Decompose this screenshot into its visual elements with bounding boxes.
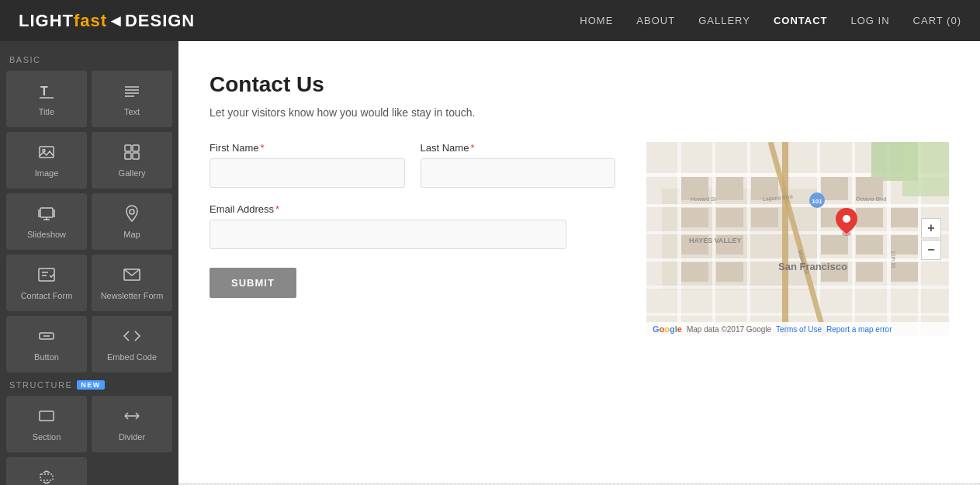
widget-title[interactable]: T Title [6, 71, 87, 127]
svg-rect-48 [902, 142, 949, 196]
map-zoom-in[interactable]: + [921, 218, 941, 238]
gallery-icon [123, 143, 141, 164]
widget-divider-label: Divider [119, 432, 145, 442]
svg-rect-50 [716, 177, 743, 200]
widget-text[interactable]: Text [92, 71, 172, 127]
svg-rect-16 [39, 268, 54, 281]
widget-contact-form[interactable]: Contact Form [6, 255, 87, 311]
map-footer: Google Map data ©2017 Google Terms of Us… [646, 322, 949, 336]
svg-rect-63 [681, 262, 708, 282]
widget-section[interactable]: Section [6, 396, 87, 452]
widget-section-label: Section [33, 432, 61, 442]
svg-text:San Francisco: San Francisco [778, 261, 847, 272]
svg-rect-28 [40, 474, 53, 480]
svg-rect-52 [716, 208, 743, 227]
map-container: HAYES VALLEY San Francisco Laguna Blvd M… [646, 142, 949, 336]
widget-newsletter-form[interactable]: Newsletter Form [92, 255, 172, 311]
nav-home[interactable]: HOME [580, 15, 613, 26]
google-logo: Google [653, 324, 682, 334]
email-field: Email Address* [210, 203, 615, 249]
svg-rect-64 [716, 262, 743, 282]
map-icon [123, 204, 141, 225]
widget-slideshow[interactable]: Slideshow [6, 193, 87, 250]
svg-rect-55 [821, 177, 848, 200]
svg-rect-51 [681, 208, 708, 227]
email-required: * [275, 203, 279, 215]
svg-text:11th St: 11th St [891, 251, 896, 268]
widget-gallery-label: Gallery [119, 168, 146, 178]
divider-icon [123, 407, 141, 428]
spacer-icon [37, 468, 56, 485]
name-row: First Name* Last Name* [210, 142, 615, 188]
widget-spacer[interactable]: Spacer [6, 457, 87, 485]
svg-text:T: T [40, 85, 48, 98]
basic-section-label: BASIC [6, 50, 172, 71]
button-icon [37, 327, 56, 348]
nav-about[interactable]: ABOUT [636, 15, 675, 26]
svg-rect-8 [125, 145, 131, 151]
section-icon [37, 407, 56, 428]
nav-links: HOME ABOUT GALLERY CONTACT LOG IN CART (… [580, 15, 961, 26]
widget-sidebar: BASIC T Title [0, 41, 178, 485]
svg-rect-54 [751, 208, 778, 227]
first-name-label: First Name* [210, 142, 405, 154]
slideshow-icon [37, 204, 56, 225]
first-name-required: * [261, 142, 265, 154]
widget-map[interactable]: Map [92, 193, 172, 250]
svg-rect-62 [856, 235, 883, 255]
svg-rect-58 [856, 208, 883, 227]
newsletter-form-icon [123, 265, 141, 286]
widget-gallery[interactable]: Gallery [92, 132, 172, 189]
new-badge: NEW [77, 380, 105, 390]
nav-contact[interactable]: CONTACT [774, 15, 828, 26]
email-input[interactable] [210, 220, 566, 249]
svg-rect-22 [40, 411, 54, 421]
last-name-input[interactable] [421, 158, 616, 188]
nav-cart[interactable]: CART (0) [913, 15, 961, 26]
last-name-field: Last Name* [421, 142, 616, 188]
nav-gallery[interactable]: GALLERY [698, 15, 750, 26]
contact-layout: First Name* Last Name* [210, 142, 949, 336]
svg-rect-36 [646, 286, 949, 289]
svg-rect-41 [782, 142, 788, 336]
widget-divider[interactable]: Divider [92, 396, 172, 452]
svg-text:HAYES VALLEY: HAYES VALLEY [689, 237, 742, 244]
widget-embed-code-label: Embed Code [107, 352, 157, 362]
svg-rect-37 [646, 313, 949, 316]
svg-text:Howard St: Howard St [691, 196, 716, 202]
map-terms[interactable]: Terms of Use [776, 325, 822, 334]
contact-form-icon [37, 265, 56, 286]
first-name-field: First Name* [210, 142, 405, 188]
widget-title-label: Title [39, 107, 54, 116]
map-report[interactable]: Report a map error [826, 325, 892, 334]
widget-button[interactable]: Button [6, 316, 87, 372]
widget-image-label: Image [35, 168, 59, 178]
structure-section-label: STRUCTURE NEW [6, 376, 172, 396]
svg-rect-12 [40, 208, 53, 217]
nav-login[interactable]: LOG IN [851, 15, 890, 26]
content-area: Contact Us Let your visitors know how yo… [178, 41, 980, 485]
svg-rect-43 [852, 142, 855, 336]
svg-text:101: 101 [812, 198, 822, 205]
widget-newsletter-form-label: Newsletter Form [101, 291, 164, 300]
top-navigation: LIGHTfast◄DESIGN HOME ABOUT GALLERY CONT… [0, 0, 980, 41]
svg-point-7 [43, 150, 45, 152]
widget-slideshow-label: Slideshow [27, 230, 66, 239]
submit-button[interactable]: SUBMIT [210, 268, 296, 298]
contact-form-area: First Name* Last Name* [210, 142, 615, 298]
widget-image[interactable]: Image [6, 132, 87, 189]
svg-rect-69 [891, 208, 918, 227]
last-name-required: * [470, 142, 474, 154]
email-row: Email Address* [210, 203, 615, 249]
svg-rect-66 [856, 262, 883, 282]
svg-point-15 [130, 210, 134, 214]
svg-rect-11 [133, 153, 139, 159]
first-name-input[interactable] [210, 158, 405, 188]
image-icon [37, 143, 56, 164]
map-data-text: Map data ©2017 Google [687, 325, 771, 334]
svg-rect-33 [646, 204, 949, 207]
widget-map-label: Map [123, 230, 140, 239]
basic-widgets-grid: T Title Text [6, 71, 172, 372]
map-zoom-out[interactable]: − [921, 240, 941, 260]
widget-embed-code[interactable]: Embed Code [92, 316, 172, 372]
